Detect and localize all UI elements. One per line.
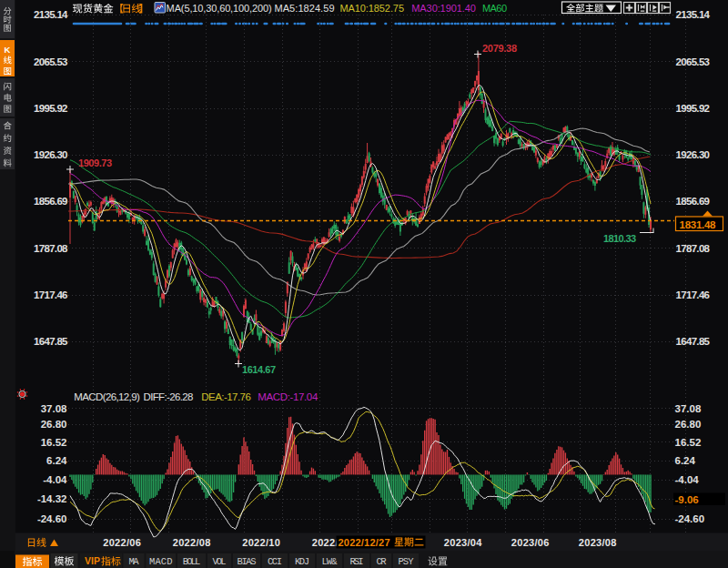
svg-text:BIAS: BIAS: [238, 556, 257, 567]
svg-text:PSY: PSY: [399, 556, 415, 567]
svg-text:2023/04: 2023/04: [444, 537, 482, 548]
svg-text:1926.30: 1926.30: [34, 149, 68, 160]
svg-text:2022/12/27: 2022/12/27: [339, 537, 390, 548]
svg-text:2022/08: 2022/08: [173, 537, 211, 548]
svg-text:26.80: 26.80: [675, 419, 702, 430]
svg-text:2079.38: 2079.38: [482, 43, 517, 54]
svg-text:MA30:1901.40: MA30:1901.40: [411, 3, 476, 14]
svg-text:1787.08: 1787.08: [34, 243, 68, 254]
svg-text:BOLL: BOLL: [183, 556, 201, 567]
svg-text:CCI: CCI: [268, 556, 282, 567]
svg-text:1717.46: 1717.46: [34, 289, 68, 300]
svg-text:16.52: 16.52: [675, 437, 702, 448]
svg-text:6.24: 6.24: [46, 455, 67, 466]
svg-text:VOL: VOL: [213, 556, 227, 567]
svg-text:MACD: MACD: [149, 556, 173, 567]
svg-text:1810.33: 1810.33: [603, 233, 636, 244]
svg-text:2023/06: 2023/06: [511, 537, 550, 548]
svg-text:1995.92: 1995.92: [34, 103, 68, 114]
svg-text:MA60: MA60: [482, 3, 507, 14]
svg-text:CR: CR: [377, 556, 388, 567]
svg-text:2022/10: 2022/10: [242, 537, 280, 548]
svg-text:-14.32: -14.32: [37, 493, 67, 504]
svg-text:2065.53: 2065.53: [34, 56, 68, 67]
svg-text:-9.06: -9.06: [675, 494, 699, 505]
svg-text:KDJ: KDJ: [295, 556, 309, 567]
svg-text:MA: MA: [129, 556, 140, 567]
svg-text:1717.46: 1717.46: [676, 289, 711, 300]
svg-text:1787.08: 1787.08: [676, 243, 711, 254]
svg-text:-24.60: -24.60: [675, 513, 705, 524]
svg-text:2135.14: 2135.14: [34, 9, 68, 20]
svg-text:MACD:-17.04: MACD:-17.04: [258, 391, 318, 402]
svg-text:2023/08: 2023/08: [579, 537, 617, 548]
svg-text:37.08: 37.08: [41, 403, 67, 414]
svg-text:-4.04: -4.04: [43, 474, 67, 485]
svg-text:1647.85: 1647.85: [676, 336, 711, 347]
svg-text:1856.69: 1856.69: [34, 196, 68, 207]
svg-text:RSI: RSI: [350, 556, 364, 567]
svg-text:DEA:-17.76: DEA:-17.76: [201, 391, 250, 402]
svg-text:MA(5,10,30,60,100,200): MA(5,10,30,60,100,200): [167, 3, 272, 14]
svg-text:VIP: VIP: [85, 555, 100, 566]
svg-text:1995.92: 1995.92: [676, 103, 711, 114]
svg-text:1831.48: 1831.48: [680, 219, 717, 230]
svg-text:37.08: 37.08: [675, 403, 702, 414]
svg-text:6.24: 6.24: [675, 455, 696, 466]
svg-text:1614.67: 1614.67: [242, 364, 276, 375]
svg-text:1926.30: 1926.30: [676, 149, 711, 160]
svg-text:-24.60: -24.60: [37, 513, 67, 524]
svg-text:1856.69: 1856.69: [676, 196, 711, 207]
svg-text:2065.53: 2065.53: [676, 56, 711, 67]
svg-text:MA10:1852.75: MA10:1852.75: [340, 3, 405, 14]
svg-text:K: K: [5, 45, 11, 55]
svg-text:-4.04: -4.04: [675, 474, 700, 485]
svg-text:16.52: 16.52: [41, 437, 67, 448]
svg-text:MACD(26,12,9): MACD(26,12,9): [74, 391, 140, 402]
svg-text:2022/06: 2022/06: [103, 537, 141, 548]
svg-text:MA5:1824.59: MA5:1824.59: [275, 3, 335, 14]
svg-text:1647.85: 1647.85: [34, 336, 68, 347]
svg-text:DIFF:-26.28: DIFF:-26.28: [144, 391, 194, 402]
svg-text:LW&: LW&: [322, 556, 339, 567]
svg-text:26.80: 26.80: [41, 419, 67, 430]
svg-text:2135.14: 2135.14: [676, 9, 711, 20]
svg-text:1909.73: 1909.73: [78, 157, 112, 168]
